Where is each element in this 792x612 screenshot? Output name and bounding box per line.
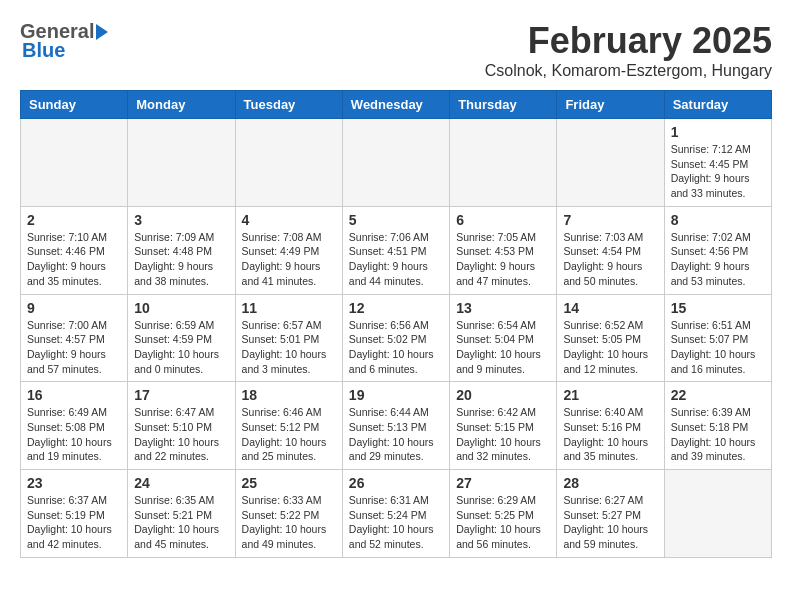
day-number: 3 [134, 212, 228, 228]
location-subtitle: Csolnok, Komarom-Esztergom, Hungary [485, 62, 772, 80]
table-row: 7Sunrise: 7:03 AMSunset: 4:54 PMDaylight… [557, 206, 664, 294]
day-number: 1 [671, 124, 765, 140]
title-block: February 2025 Csolnok, Komarom-Esztergom… [485, 20, 772, 80]
day-info-text: Sunrise: 6:57 AMSunset: 5:01 PMDaylight:… [242, 318, 336, 377]
day-number: 22 [671, 387, 765, 403]
day-info-text: Sunrise: 7:12 AMSunset: 4:45 PMDaylight:… [671, 142, 765, 201]
day-info-text: Sunrise: 6:39 AMSunset: 5:18 PMDaylight:… [671, 405, 765, 464]
table-row: 15Sunrise: 6:51 AMSunset: 5:07 PMDayligh… [664, 294, 771, 382]
day-number: 4 [242, 212, 336, 228]
day-info-text: Sunrise: 6:40 AMSunset: 5:16 PMDaylight:… [563, 405, 657, 464]
col-sunday: Sunday [21, 91, 128, 119]
table-row: 6Sunrise: 7:05 AMSunset: 4:53 PMDaylight… [450, 206, 557, 294]
table-row [450, 119, 557, 207]
day-info-text: Sunrise: 6:29 AMSunset: 5:25 PMDaylight:… [456, 493, 550, 552]
table-row: 17Sunrise: 6:47 AMSunset: 5:10 PMDayligh… [128, 382, 235, 470]
table-row: 20Sunrise: 6:42 AMSunset: 5:15 PMDayligh… [450, 382, 557, 470]
table-row: 1Sunrise: 7:12 AMSunset: 4:45 PMDaylight… [664, 119, 771, 207]
day-number: 23 [27, 475, 121, 491]
day-number: 10 [134, 300, 228, 316]
day-number: 5 [349, 212, 443, 228]
table-row [21, 119, 128, 207]
day-number: 19 [349, 387, 443, 403]
day-number: 13 [456, 300, 550, 316]
day-info-text: Sunrise: 6:27 AMSunset: 5:27 PMDaylight:… [563, 493, 657, 552]
day-info-text: Sunrise: 6:56 AMSunset: 5:02 PMDaylight:… [349, 318, 443, 377]
col-friday: Friday [557, 91, 664, 119]
col-monday: Monday [128, 91, 235, 119]
table-row: 13Sunrise: 6:54 AMSunset: 5:04 PMDayligh… [450, 294, 557, 382]
day-number: 18 [242, 387, 336, 403]
day-number: 11 [242, 300, 336, 316]
table-row: 5Sunrise: 7:06 AMSunset: 4:51 PMDaylight… [342, 206, 449, 294]
day-number: 28 [563, 475, 657, 491]
logo: General Blue [20, 20, 108, 62]
col-thursday: Thursday [450, 91, 557, 119]
table-row: 18Sunrise: 6:46 AMSunset: 5:12 PMDayligh… [235, 382, 342, 470]
day-info-text: Sunrise: 7:08 AMSunset: 4:49 PMDaylight:… [242, 230, 336, 289]
day-info-text: Sunrise: 6:46 AMSunset: 5:12 PMDaylight:… [242, 405, 336, 464]
day-info-text: Sunrise: 6:47 AMSunset: 5:10 PMDaylight:… [134, 405, 228, 464]
day-info-text: Sunrise: 7:06 AMSunset: 4:51 PMDaylight:… [349, 230, 443, 289]
logo-blue-text: Blue [22, 39, 65, 61]
day-info-text: Sunrise: 6:33 AMSunset: 5:22 PMDaylight:… [242, 493, 336, 552]
day-info-text: Sunrise: 7:00 AMSunset: 4:57 PMDaylight:… [27, 318, 121, 377]
day-info-text: Sunrise: 6:54 AMSunset: 5:04 PMDaylight:… [456, 318, 550, 377]
table-row: 2Sunrise: 7:10 AMSunset: 4:46 PMDaylight… [21, 206, 128, 294]
calendar-week-row: 1Sunrise: 7:12 AMSunset: 4:45 PMDaylight… [21, 119, 772, 207]
col-saturday: Saturday [664, 91, 771, 119]
table-row [664, 470, 771, 558]
day-number: 26 [349, 475, 443, 491]
day-number: 7 [563, 212, 657, 228]
day-number: 21 [563, 387, 657, 403]
day-info-text: Sunrise: 6:52 AMSunset: 5:05 PMDaylight:… [563, 318, 657, 377]
table-row: 4Sunrise: 7:08 AMSunset: 4:49 PMDaylight… [235, 206, 342, 294]
table-row: 10Sunrise: 6:59 AMSunset: 4:59 PMDayligh… [128, 294, 235, 382]
table-row [128, 119, 235, 207]
day-info-text: Sunrise: 6:51 AMSunset: 5:07 PMDaylight:… [671, 318, 765, 377]
day-info-text: Sunrise: 6:49 AMSunset: 5:08 PMDaylight:… [27, 405, 121, 464]
day-info-text: Sunrise: 7:09 AMSunset: 4:48 PMDaylight:… [134, 230, 228, 289]
table-row: 8Sunrise: 7:02 AMSunset: 4:56 PMDaylight… [664, 206, 771, 294]
day-info-text: Sunrise: 6:44 AMSunset: 5:13 PMDaylight:… [349, 405, 443, 464]
day-number: 27 [456, 475, 550, 491]
col-wednesday: Wednesday [342, 91, 449, 119]
day-info-text: Sunrise: 7:03 AMSunset: 4:54 PMDaylight:… [563, 230, 657, 289]
calendar-header-row: Sunday Monday Tuesday Wednesday Thursday… [21, 91, 772, 119]
day-number: 14 [563, 300, 657, 316]
day-info-text: Sunrise: 6:35 AMSunset: 5:21 PMDaylight:… [134, 493, 228, 552]
day-number: 2 [27, 212, 121, 228]
table-row: 12Sunrise: 6:56 AMSunset: 5:02 PMDayligh… [342, 294, 449, 382]
table-row: 28Sunrise: 6:27 AMSunset: 5:27 PMDayligh… [557, 470, 664, 558]
page-header: General Blue February 2025 Csolnok, Koma… [20, 20, 772, 80]
table-row: 24Sunrise: 6:35 AMSunset: 5:21 PMDayligh… [128, 470, 235, 558]
table-row: 21Sunrise: 6:40 AMSunset: 5:16 PMDayligh… [557, 382, 664, 470]
day-number: 15 [671, 300, 765, 316]
day-number: 12 [349, 300, 443, 316]
day-number: 16 [27, 387, 121, 403]
calendar-week-row: 23Sunrise: 6:37 AMSunset: 5:19 PMDayligh… [21, 470, 772, 558]
table-row: 27Sunrise: 6:29 AMSunset: 5:25 PMDayligh… [450, 470, 557, 558]
day-info-text: Sunrise: 6:42 AMSunset: 5:15 PMDaylight:… [456, 405, 550, 464]
day-info-text: Sunrise: 6:37 AMSunset: 5:19 PMDaylight:… [27, 493, 121, 552]
day-info-text: Sunrise: 7:02 AMSunset: 4:56 PMDaylight:… [671, 230, 765, 289]
month-year-title: February 2025 [485, 20, 772, 62]
day-number: 9 [27, 300, 121, 316]
day-info-text: Sunrise: 7:05 AMSunset: 4:53 PMDaylight:… [456, 230, 550, 289]
day-number: 25 [242, 475, 336, 491]
table-row: 9Sunrise: 7:00 AMSunset: 4:57 PMDaylight… [21, 294, 128, 382]
table-row [235, 119, 342, 207]
day-number: 6 [456, 212, 550, 228]
table-row [342, 119, 449, 207]
table-row: 23Sunrise: 6:37 AMSunset: 5:19 PMDayligh… [21, 470, 128, 558]
calendar-week-row: 2Sunrise: 7:10 AMSunset: 4:46 PMDaylight… [21, 206, 772, 294]
table-row: 3Sunrise: 7:09 AMSunset: 4:48 PMDaylight… [128, 206, 235, 294]
table-row: 25Sunrise: 6:33 AMSunset: 5:22 PMDayligh… [235, 470, 342, 558]
day-info-text: Sunrise: 7:10 AMSunset: 4:46 PMDaylight:… [27, 230, 121, 289]
logo-chevron-icon [96, 24, 108, 40]
table-row: 14Sunrise: 6:52 AMSunset: 5:05 PMDayligh… [557, 294, 664, 382]
day-number: 8 [671, 212, 765, 228]
table-row [557, 119, 664, 207]
col-tuesday: Tuesday [235, 91, 342, 119]
day-info-text: Sunrise: 6:31 AMSunset: 5:24 PMDaylight:… [349, 493, 443, 552]
